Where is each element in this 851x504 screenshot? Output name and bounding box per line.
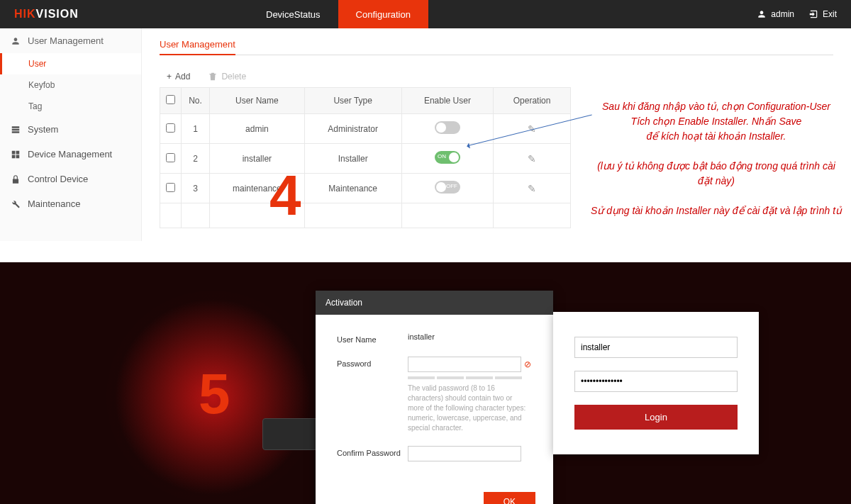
main-area: User Management User Keyfob Tag System D… <box>0 28 851 241</box>
cell-usertype: Maintenance <box>304 174 401 203</box>
sidebar-item-system[interactable]: System <box>0 117 141 142</box>
title-underline <box>160 55 833 55</box>
label: User Management <box>28 35 104 46</box>
row-checkbox[interactable] <box>166 153 175 162</box>
header-username: User Name <box>210 88 305 114</box>
sidebar: User Management User Keyfob Tag System D… <box>0 28 142 241</box>
wrench-icon <box>11 199 21 209</box>
user-icon <box>11 36 21 46</box>
section-login: 5 Activation User Name installer Passwor… <box>0 262 851 504</box>
sidebar-item-device-management[interactable]: Device Management <box>0 142 141 167</box>
header-checkbox[interactable] <box>160 88 182 114</box>
password-input[interactable] <box>408 357 521 372</box>
username-label: User Name <box>337 332 408 344</box>
control-icon <box>11 174 21 184</box>
header-usertype: User Type <box>304 88 401 114</box>
enable-toggle[interactable]: ON <box>435 151 460 164</box>
page-title: User Management <box>160 39 235 55</box>
label: Maintenance <box>28 198 80 209</box>
table-row: 3 maintenance Maintenance OFF ✎ <box>160 174 571 203</box>
login-password-input[interactable] <box>574 371 738 392</box>
system-icon <box>11 125 21 135</box>
modal-title: Activation <box>316 291 553 315</box>
password-strength-meter <box>408 376 532 379</box>
modal-body: User Name installer Password ⊘ The valid… <box>316 315 553 485</box>
label: Device Management <box>28 149 112 159</box>
nav-tabs: DeviceStatus Configuration <box>248 0 428 28</box>
enable-toggle[interactable]: OFF <box>435 181 460 194</box>
device-image <box>262 418 319 450</box>
login-panel: Login <box>553 312 759 454</box>
delete-button[interactable]: Delete <box>208 72 246 82</box>
sidebar-item-user-management[interactable]: User Management <box>0 28 141 53</box>
grid-icon <box>11 150 21 159</box>
activation-modal: Activation User Name installer Password … <box>316 291 553 504</box>
annotation-text: Sau khi đăng nhập vào tủ, chọn Configura… <box>589 99 844 218</box>
sidebar-item-keyfob[interactable]: Keyfob <box>0 74 141 96</box>
confirm-password-input[interactable] <box>408 446 521 461</box>
sidebar-item-user[interactable]: User <box>0 53 141 74</box>
username-value: installer <box>408 332 532 341</box>
confirm-password-label: Confirm Password <box>337 446 408 457</box>
cell-username: admin <box>210 114 305 144</box>
exit-button[interactable]: Exit <box>808 9 837 19</box>
table-row-empty <box>160 203 571 228</box>
user-table: No. User Name User Type Enable User Oper… <box>160 87 571 228</box>
edit-icon[interactable]: ✎ <box>528 153 536 164</box>
step-number-5: 5 <box>199 362 230 427</box>
edit-icon[interactable]: ✎ <box>528 183 536 194</box>
trash-icon <box>208 72 218 82</box>
add-label: Add <box>175 72 190 82</box>
toolbar: + Add Delete <box>160 66 833 87</box>
cell-no: 1 <box>182 114 210 144</box>
user-icon <box>757 9 767 19</box>
sidebar-item-control-device[interactable]: Control Device <box>0 167 141 191</box>
header-enable: Enable User <box>401 88 494 114</box>
plus-icon: + <box>167 72 172 82</box>
username-label: admin <box>771 9 794 19</box>
tab-configuration[interactable]: Configuration <box>338 0 428 28</box>
cell-no: 3 <box>182 174 210 203</box>
ok-button[interactable]: OK <box>484 492 535 504</box>
step-number-4: 4 <box>269 163 301 228</box>
sidebar-item-tag[interactable]: Tag <box>0 96 141 117</box>
cell-usertype: Administrator <box>304 114 401 144</box>
logo-vision: VISION <box>36 8 79 20</box>
table-row: 2 installer Installer ON ✎ <box>160 144 571 174</box>
tab-device-status[interactable]: DeviceStatus <box>248 0 338 28</box>
header-operation: Operation <box>494 88 571 114</box>
top-header: HIKVISION DeviceStatus Configuration adm… <box>0 0 851 28</box>
current-user[interactable]: admin <box>757 9 794 19</box>
add-button[interactable]: + Add <box>167 72 190 82</box>
annotation-line: Tích chọn Enable Installer. Nhấn Save <box>589 114 844 129</box>
table-row: 1 admin Administrator ✎ <box>160 114 571 144</box>
annotation-line: Sử dụng tài khoản Installer này để cài đ… <box>589 203 844 218</box>
delete-label: Delete <box>221 72 246 82</box>
row-checkbox[interactable] <box>166 123 175 133</box>
error-icon: ⊘ <box>524 359 531 369</box>
row-checkbox[interactable] <box>166 183 175 192</box>
cell-no: 2 <box>182 144 210 174</box>
header-no: No. <box>182 88 210 114</box>
logo-hik: HIK <box>14 8 36 20</box>
annotation-line: Sau khi đăng nhập vào tủ, chọn Configura… <box>589 99 844 114</box>
login-username-input[interactable] <box>574 337 738 358</box>
annotation-line: (lưu ý tủ không được bật báo động trong … <box>589 159 844 189</box>
annotation-line: để kích hoạt tài khoản Installer. <box>589 129 844 144</box>
label: Control Device <box>28 174 88 184</box>
label: System <box>28 124 58 135</box>
password-label: Password <box>337 357 408 368</box>
logo: HIKVISION <box>0 8 142 21</box>
header-right: admin Exit <box>757 9 851 19</box>
exit-icon <box>808 9 818 19</box>
cell-usertype: Installer <box>304 144 401 174</box>
select-all-checkbox[interactable] <box>166 95 175 104</box>
enable-toggle[interactable] <box>435 121 460 134</box>
exit-label: Exit <box>823 9 837 19</box>
password-hint: The valid password (8 to 16 characters) … <box>408 383 528 433</box>
login-button[interactable]: Login <box>574 405 738 430</box>
sidebar-item-maintenance[interactable]: Maintenance <box>0 191 141 216</box>
